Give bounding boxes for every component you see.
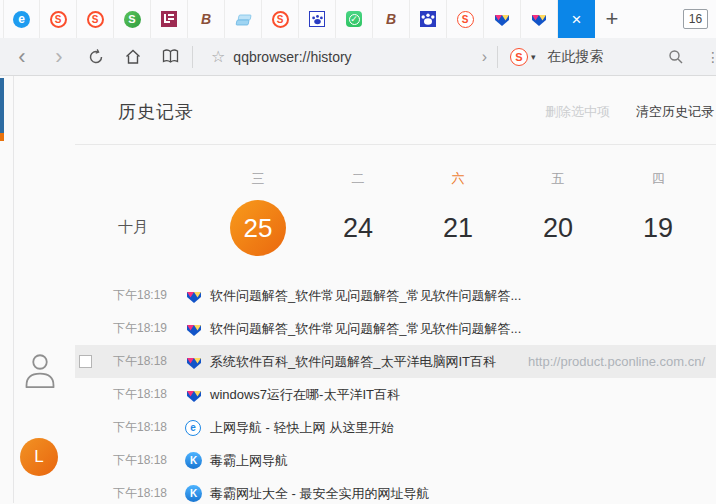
date-20[interactable]: 五 20 <box>508 170 608 256</box>
tab-baidu-1[interactable] <box>299 0 336 38</box>
weekday-label: 二 <box>308 170 408 188</box>
sidebar-avatar-button[interactable]: L <box>20 438 58 476</box>
pconline-icon <box>185 386 202 403</box>
kafan-icon <box>161 11 177 27</box>
tab-sogou-4[interactable]: S <box>447 0 484 38</box>
pconline-icon <box>185 287 202 304</box>
url-text[interactable]: qqbrowser://history <box>233 49 351 65</box>
search-engine-selector[interactable]: S ▾ <box>510 48 536 66</box>
forward-button[interactable]: › <box>47 43 71 71</box>
history-link[interactable]: 软件问题解答_软件常见问题解答_常见软件问题解答... <box>210 287 521 305</box>
history-row[interactable]: 下午18:18 K 毒霸网址大全 - 最安全实用的网址导航 <box>75 477 716 504</box>
b-letter-icon: B <box>198 11 215 28</box>
search-bar[interactable]: S ▾ 在此搜索 ⋮ <box>500 38 716 75</box>
tab-jb-2[interactable]: B <box>373 0 410 38</box>
sogou-icon: S <box>272 11 289 28</box>
duba-icon: K <box>185 485 202 502</box>
history-url: http://product.pconline.com.cn/ <box>528 354 705 369</box>
date-21[interactable]: 六 21 <box>408 170 508 256</box>
favorite-star-icon[interactable]: ☆ <box>211 47 225 66</box>
history-link[interactable]: 系统软件百科_软件问题解答_太平洋电脑网IT百科 <box>210 353 496 371</box>
date-picker: 十月 三 25 二 24 六 21 五 20 四 19 <box>75 170 716 256</box>
timestamp: 下午18:18 <box>113 419 167 436</box>
history-list: 下午18:19 软件问题解答_软件常见问题解答_常见软件问题解答... 下午18… <box>75 279 716 504</box>
history-link[interactable]: windows7运行在哪-太平洋IT百科 <box>210 386 400 404</box>
address-bar[interactable]: ☆ qqbrowser://history › <box>195 47 495 66</box>
search-submit-button[interactable] <box>668 49 684 65</box>
app-market-icon: ✓ <box>346 11 362 27</box>
date-24[interactable]: 二 24 <box>308 170 408 256</box>
tab-pconline-1[interactable] <box>484 0 521 38</box>
history-row[interactable]: 下午18:18 K 毒霸上网导航 <box>75 444 716 477</box>
duba-icon: K <box>185 452 202 469</box>
date-19[interactable]: 四 19 <box>608 170 708 256</box>
tab-soso-green[interactable]: S <box>114 0 151 38</box>
tab-pconline-2[interactable] <box>521 0 558 38</box>
weekday-label: 六 <box>408 170 508 188</box>
page-title: 历史记录 <box>118 100 194 124</box>
address-expand-icon[interactable]: › <box>482 48 487 66</box>
tab-bar: e S S S B S ✓ B S <box>0 0 716 38</box>
home-icon <box>124 48 142 66</box>
new-tab-button[interactable]: + <box>595 0 629 38</box>
timestamp: 下午18:18 <box>113 452 167 469</box>
toolbar-divider <box>192 46 193 68</box>
weekday-label: 四 <box>608 170 708 188</box>
tab-jb-1[interactable]: B <box>188 0 225 38</box>
date-25[interactable]: 三 25 <box>208 170 308 256</box>
tab-e-browser[interactable]: e <box>3 0 40 38</box>
weekday-label: 三 <box>208 170 308 188</box>
active-tab[interactable]: × <box>558 0 595 38</box>
paw-icon <box>420 11 436 27</box>
history-page: L 历史记录 删除选中项 清空历史记录 十月 三 25 二 24 六 21 <box>0 76 716 503</box>
back-icon: ‹ <box>18 46 25 68</box>
search-input[interactable]: 在此搜索 <box>548 48 604 66</box>
timestamp: 下午18:19 <box>113 287 167 304</box>
pconline-icon <box>185 320 202 337</box>
bookmarks-button[interactable] <box>158 43 182 71</box>
tab-baidu-2[interactable] <box>410 0 447 38</box>
history-link[interactable]: 毒霸网址大全 - 最安全实用的网址导航 <box>210 485 430 503</box>
pconline-icon <box>531 11 548 28</box>
sogou-icon: S <box>50 11 67 28</box>
caret-down-icon: ▾ <box>531 52 536 62</box>
history-row[interactable]: 下午18:18 windows7运行在哪-太平洋IT百科 <box>75 378 716 411</box>
b-letter-icon: B <box>383 11 400 28</box>
home-button[interactable] <box>121 43 145 71</box>
clear-history-button[interactable]: 清空历史记录 <box>636 103 714 121</box>
back-button[interactable]: ‹ <box>10 43 34 71</box>
history-link[interactable]: 软件问题解答_软件常见问题解答_常见软件问题解答... <box>210 320 521 338</box>
gutter-divider <box>13 76 14 503</box>
history-row[interactable]: 下午18:19 软件问题解答_软件常见问题解答_常见软件问题解答... <box>75 312 716 345</box>
user-profile-button[interactable] <box>22 352 58 394</box>
sogou-icon: S <box>457 11 474 28</box>
refresh-icon <box>87 48 105 66</box>
toolbar-divider <box>497 46 498 68</box>
timestamp: 下午18:18 <box>113 353 167 370</box>
tab-count-badge[interactable]: 16 <box>683 9 708 29</box>
tab-kafan[interactable] <box>151 0 188 38</box>
history-link[interactable]: 上网导航 - 轻快上网 从这里开始 <box>210 419 394 437</box>
header-separator <box>75 144 716 145</box>
pconline-icon <box>494 11 511 28</box>
green-s-icon: S <box>124 11 141 28</box>
tab-tickets[interactable] <box>225 0 262 38</box>
pconline-icon <box>185 353 202 370</box>
tab-app-market[interactable]: ✓ <box>336 0 373 38</box>
e-browser-icon: e <box>13 11 30 28</box>
day-number: 21 <box>443 213 473 244</box>
history-row[interactable]: 下午18:19 软件问题解答_软件常见问题解答_常见软件问题解答... <box>75 279 716 312</box>
history-row[interactable]: 下午18:18 e 上网导航 - 轻快上网 从这里开始 <box>75 411 716 444</box>
history-link[interactable]: 毒霸上网导航 <box>210 452 288 470</box>
day-number: 20 <box>543 213 573 244</box>
row-checkbox[interactable] <box>79 355 92 368</box>
refresh-button[interactable] <box>84 43 108 71</box>
e-navigation-icon: e <box>185 420 201 436</box>
tab-sogou-3[interactable]: S <box>262 0 299 38</box>
history-row-hovered[interactable]: 下午18:18 系统软件百科_软件问题解答_太平洋电脑网IT百科 http://… <box>75 345 716 378</box>
close-tab-icon[interactable]: × <box>572 11 582 28</box>
tab-sogou-2[interactable]: S <box>77 0 114 38</box>
tab-sogou-1[interactable]: S <box>40 0 77 38</box>
delete-selected-button[interactable]: 删除选中项 <box>545 103 610 121</box>
more-menu-icon[interactable]: ⋮ <box>706 49 714 65</box>
